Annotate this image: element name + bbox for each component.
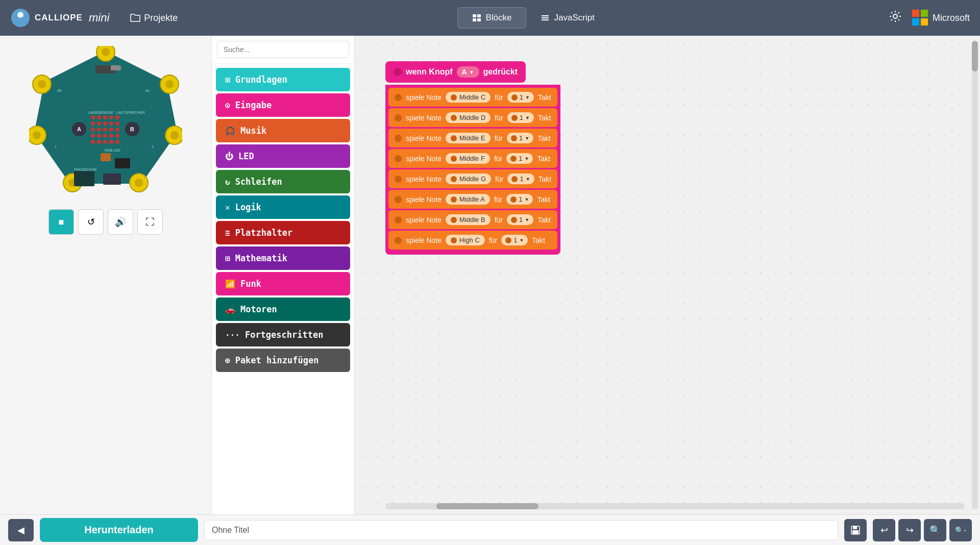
note-value-pill[interactable]: Middle A (446, 194, 490, 205)
bottom-right-buttons: ↩ ↪ 🔍 🔍- (873, 519, 972, 541)
cat-schleifen-label: Schleifen (235, 177, 282, 187)
takt-pill[interactable]: 1 ▼ (506, 194, 533, 205)
svg-point-30 (115, 115, 119, 119)
takt-pill[interactable]: 1 ▼ (507, 92, 534, 103)
note-block-row: spiele Note Middle E für 1 ▼ Takt (388, 129, 557, 147)
knopf-dropdown[interactable]: A ▼ (457, 66, 479, 78)
svg-point-29 (109, 115, 113, 119)
svg-text:1: 1 (55, 145, 57, 148)
category-logik-button[interactable]: ✕Logik (216, 195, 350, 219)
takt-pill-icon (511, 94, 518, 101)
zoom-in-button[interactable]: 🔍 (924, 519, 946, 541)
list-icon (541, 14, 550, 22)
cat-logik-label: Logik (235, 202, 261, 212)
fuer-label: für (495, 216, 503, 224)
horizontal-scrollbar[interactable] (385, 503, 965, 509)
wenn-label: wenn Knopf (406, 67, 453, 77)
svg-rect-64 (74, 171, 94, 186)
svg-text:A0: A0 (57, 89, 62, 92)
takt-pill-icon (510, 156, 517, 162)
note-pill-icon (451, 237, 457, 243)
takt-pill[interactable]: 1 ▼ (507, 214, 533, 225)
projekte-label: Projekte (144, 13, 178, 23)
category-musik-button[interactable]: 🎧Musik (216, 119, 350, 142)
category-funk-button[interactable]: 📶Funk (216, 272, 350, 295)
project-title-input[interactable] (204, 520, 838, 540)
note-value-pill[interactable]: Middle D (446, 112, 491, 123)
category-grundlagen-button[interactable]: ⊞Grundlagen (216, 68, 350, 91)
note-value: High C (459, 236, 480, 244)
workspace-panel[interactable]: wenn Knopf A ▼ gedrückt spiele Note Midd… (355, 36, 980, 514)
sound-button[interactable]: 🔊 (108, 209, 133, 235)
microsoft-label: Microsoft (933, 13, 970, 23)
note-value: Middle C (459, 93, 485, 101)
svg-point-28 (103, 115, 107, 119)
takt-pill[interactable]: 1 ▼ (507, 133, 533, 143)
nav-javascript-button[interactable]: JavaScript (526, 7, 608, 29)
zoom-out-button[interactable]: 🔍- (949, 519, 972, 541)
category-fortgeschritten-button[interactable]: ···Fortgeschritten (216, 323, 350, 346)
takt-pill[interactable]: 1 ▼ (507, 112, 534, 123)
note-value-pill[interactable]: High C (446, 235, 485, 245)
takt-pill[interactable]: 1 ▼ (507, 174, 534, 184)
cat-led-icon: ⏻ (225, 152, 233, 161)
svg-point-44 (109, 134, 113, 138)
zoom-out-icon: 🔍- (955, 526, 966, 534)
category-schleifen-button[interactable]: ↻Schleifen (216, 170, 350, 193)
category-mathematik-button[interactable]: ⊞Mathematik (216, 246, 350, 270)
category-paket-button[interactable]: ⊕Paket hinzufügen (216, 349, 350, 372)
svg-point-40 (115, 128, 119, 132)
category-platzhalter-button[interactable]: ≡Platzhalter (216, 221, 350, 244)
redo-button[interactable]: ↪ (898, 519, 921, 541)
category-motoren-button[interactable]: 🚗Motoren (216, 298, 350, 321)
settings-button[interactable] (889, 10, 902, 26)
svg-point-22 (135, 179, 143, 187)
header-right: Microsoft (889, 10, 970, 26)
workspace-scrollbar[interactable] (972, 41, 978, 509)
back-button[interactable]: ◀ (8, 519, 34, 541)
note-pill-icon (451, 196, 457, 203)
category-led-button[interactable]: ⏻LED (216, 144, 350, 168)
note-block-row: spiele Note Middle A für 1 ▼ Takt (388, 190, 557, 209)
fuer-label: für (494, 155, 502, 163)
search-bar (212, 36, 354, 64)
stop-button[interactable]: ■ (48, 209, 74, 235)
projekte-menu[interactable]: Projekte (130, 13, 178, 23)
cat-musik-label: Musik (240, 126, 266, 136)
takt-pill[interactable]: 1 ▼ (501, 235, 528, 245)
svg-text:A1: A1 (145, 89, 150, 92)
main-content: A B LAGESENSOR LAUTSPRECHER RGB LED PROZ… (0, 36, 980, 514)
svg-rect-55 (101, 153, 111, 161)
cat-led-label: LED (238, 151, 254, 161)
note-value-pill[interactable]: Middle G (446, 174, 491, 184)
svg-point-32 (97, 121, 101, 126)
note-value-pill[interactable]: Middle E (446, 133, 491, 143)
note-value-pill[interactable]: Middle F (446, 153, 490, 164)
nav-bloecke-button[interactable]: Blöcke (457, 7, 526, 29)
spiele-note-label: spiele Note (406, 155, 442, 163)
fullscreen-button[interactable]: ⛶ (137, 209, 163, 235)
takt-pill-icon (510, 196, 517, 203)
svg-rect-3 (473, 14, 476, 17)
download-button[interactable]: Herunterladen (40, 518, 198, 542)
undo-button[interactable]: ↩ (873, 519, 895, 541)
trigger-dot (394, 68, 402, 76)
svg-rect-65 (103, 174, 121, 185)
svg-text:B: B (130, 126, 134, 132)
category-eingabe-button[interactable]: ⊙Eingabe (216, 93, 350, 117)
gear-icon (889, 10, 902, 23)
note-value-pill[interactable]: Middle C (446, 92, 491, 103)
svg-point-26 (91, 115, 95, 119)
header: CALLIOPE mini Projekte Blöcke JavaScript (0, 0, 980, 36)
save-button[interactable] (844, 519, 867, 541)
h-scrollbar-thumb (436, 503, 538, 509)
takt-pill[interactable]: 1 ▼ (506, 153, 533, 164)
takt-pill-icon (511, 115, 518, 121)
note-value: Middle E (459, 134, 485, 142)
note-row-icon (395, 176, 402, 183)
search-input[interactable] (217, 41, 349, 58)
cat-grundlagen-icon: ⊞ (225, 75, 230, 85)
refresh-button[interactable]: ↺ (78, 209, 104, 235)
note-value-pill[interactable]: Middle B (446, 214, 491, 225)
takt-label: Takt (538, 93, 551, 102)
